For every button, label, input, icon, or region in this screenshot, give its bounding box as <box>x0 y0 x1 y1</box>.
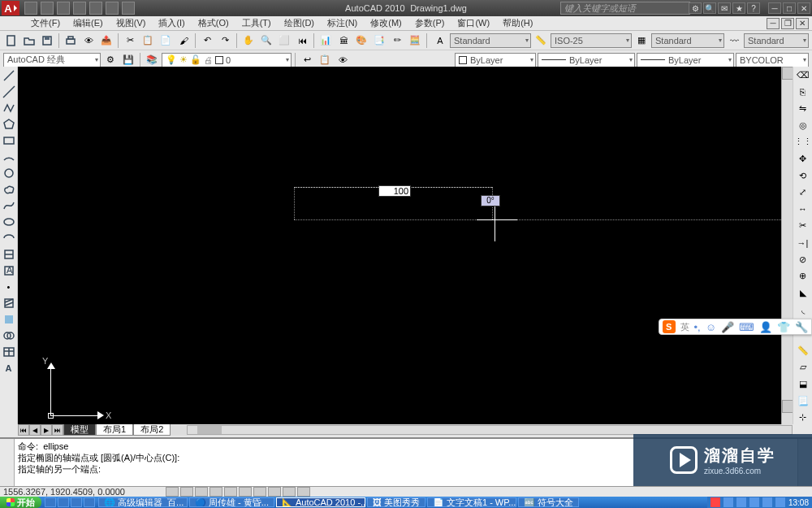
polygon-icon[interactable] <box>2 117 16 132</box>
circle-icon[interactable] <box>2 166 16 180</box>
coordinates-display[interactable]: 1556.3267, 1920.4509, 0.0000 <box>3 487 166 497</box>
gradient-icon[interactable] <box>2 312 16 327</box>
menu-format[interactable]: 格式(O) <box>192 15 235 31</box>
tray-network-icon[interactable] <box>762 497 772 507</box>
preview-icon[interactable]: 👁 <box>80 33 97 49</box>
open-icon[interactable] <box>21 33 37 49</box>
grid-toggle[interactable] <box>180 487 193 497</box>
tray-volume-icon[interactable] <box>749 497 759 507</box>
tab-model[interactable]: 模型 <box>63 424 96 436</box>
qat-save-icon[interactable] <box>57 2 70 15</box>
layer-state-icon[interactable]: 📋 <box>317 52 333 68</box>
mlstyle-icon[interactable]: 〰 <box>726 33 742 49</box>
layer-iso-icon[interactable]: 👁 <box>335 52 351 68</box>
pline-icon[interactable] <box>2 101 16 115</box>
textstyle-icon[interactable]: A <box>432 33 448 49</box>
start-button[interactable]: 开始 <box>0 497 41 508</box>
ws-gear-icon[interactable]: ⚙ <box>102 52 119 68</box>
paste-icon[interactable]: 📄 <box>158 33 174 49</box>
dimstyle-combo[interactable]: ISO-25 <box>551 33 632 48</box>
textstyle-combo[interactable]: Standard <box>450 33 531 48</box>
hatch-icon[interactable] <box>2 296 16 310</box>
ql-more-icon[interactable] <box>84 497 95 507</box>
star-icon[interactable]: ★ <box>732 2 745 14</box>
drawing-vscroll[interactable] <box>781 67 793 424</box>
ellipsearc-icon[interactable] <box>2 231 16 245</box>
color-combo[interactable]: ByLayer <box>455 53 536 67</box>
infocenter-icon[interactable]: ⚙ <box>689 2 702 14</box>
publish-icon[interactable]: 📤 <box>98 33 114 49</box>
app-logo[interactable]: A <box>2 1 19 15</box>
point-icon[interactable]: • <box>2 280 16 294</box>
menu-modify[interactable]: 修改(M) <box>364 15 408 31</box>
command-grip[interactable] <box>0 439 15 486</box>
stretch-icon[interactable]: ↔ <box>795 202 811 216</box>
otrack-toggle[interactable] <box>239 487 252 497</box>
tab-layout2[interactable]: 布局2 <box>133 424 171 436</box>
sogou-logo-icon[interactable]: S <box>663 320 676 333</box>
chamfer-icon[interactable]: ◣ <box>795 286 811 300</box>
join-icon[interactable]: ⊕ <box>795 270 811 284</box>
sogou-ime-toolbar[interactable]: S 英 •, ☺ 🎤 ⌨ 👤 👕 🔧 <box>659 319 812 335</box>
maximize-button[interactable]: □ <box>783 2 796 14</box>
rotate-icon[interactable]: ⟲ <box>795 169 811 183</box>
menu-insert[interactable]: 插入(I) <box>152 15 191 31</box>
rectangle-icon[interactable] <box>2 133 16 148</box>
layer-combo[interactable]: 💡 ☀ 🔓 🖨 0 <box>162 53 292 67</box>
dcenter-icon[interactable]: 🏛 <box>335 33 352 49</box>
layer-prev-icon[interactable]: ↩ <box>299 52 315 68</box>
move-icon[interactable]: ✥ <box>795 152 811 166</box>
print-icon[interactable] <box>63 33 79 49</box>
offset-icon[interactable]: ◎ <box>795 119 811 132</box>
id-icon[interactable]: ⊹ <box>795 410 811 424</box>
menu-edit[interactable]: 编辑(E) <box>67 15 110 31</box>
tray-shield-icon[interactable] <box>775 497 785 507</box>
massprop-icon[interactable]: ⬓ <box>795 377 811 391</box>
revcloud-icon[interactable] <box>2 182 16 197</box>
zoom-rt-icon[interactable]: 🔍 <box>258 33 274 49</box>
tablestyle-icon[interactable]: ▦ <box>633 33 650 49</box>
erase-icon[interactable]: ⌫ <box>795 68 811 82</box>
taskbar-item-5[interactable]: 🔤符号大全 <box>518 497 579 507</box>
workspace-combo[interactable]: AutoCAD 经典 <box>3 53 101 67</box>
layer-mgr-icon[interactable]: 📚 <box>144 52 160 68</box>
search-icon[interactable]: 🔍 <box>703 2 716 14</box>
ellipse-icon[interactable] <box>2 215 16 229</box>
sheet-icon[interactable]: 📑 <box>371 33 387 49</box>
taskbar-clock[interactable]: 13:08 <box>788 498 809 507</box>
menu-dimension[interactable]: 标注(N) <box>321 15 364 31</box>
table-icon[interactable] <box>2 345 16 359</box>
makeblock-icon[interactable]: A <box>2 263 16 278</box>
qat-open-icon[interactable] <box>41 2 54 15</box>
menu-view[interactable]: 视图(V) <box>110 15 153 31</box>
redo-icon[interactable]: ↷ <box>217 33 233 49</box>
menu-param[interactable]: 参数(P) <box>408 15 451 31</box>
break-icon[interactable]: ⊘ <box>795 253 811 267</box>
trim-icon[interactable]: ✂ <box>795 219 811 233</box>
ws-save-icon[interactable]: 💾 <box>120 52 136 68</box>
menu-draw[interactable]: 绘图(D) <box>278 15 321 31</box>
ime-account-icon[interactable]: 👤 <box>759 321 772 333</box>
dyn-toggle[interactable] <box>268 487 281 497</box>
plotcolor-combo[interactable]: BYCOLOR <box>736 53 809 67</box>
lwt-toggle[interactable] <box>283 487 296 497</box>
ducs-toggle[interactable] <box>253 487 266 497</box>
copy-icon[interactable]: 📋 <box>140 33 156 49</box>
ime-mic-icon[interactable]: 🎤 <box>721 321 734 333</box>
spline-icon[interactable] <box>2 198 16 213</box>
new-icon[interactable] <box>3 33 19 49</box>
tablestyle-combo[interactable]: Standard <box>651 33 724 48</box>
taskbar-item-1[interactable]: 🔵周传雄 - 黄昏... <box>189 497 274 507</box>
doc-close-button[interactable]: ✕ <box>796 18 809 29</box>
block-icon[interactable] <box>2 247 16 262</box>
doc-restore-button[interactable]: ❐ <box>781 18 794 29</box>
tab-last-icon[interactable]: ⏭ <box>52 424 63 436</box>
minimize-button[interactable]: ─ <box>768 2 781 14</box>
ime-softkbd-icon[interactable]: ⌨ <box>739 321 754 333</box>
calc-icon[interactable]: 🧮 <box>407 33 423 49</box>
dynamic-input-angle[interactable]: 0° <box>481 195 500 206</box>
ql-app-icon[interactable] <box>71 497 82 507</box>
toolpal-icon[interactable]: 🎨 <box>353 33 369 49</box>
region-icon[interactable] <box>2 328 16 343</box>
copy-obj-icon[interactable]: ⎘ <box>795 85 811 99</box>
